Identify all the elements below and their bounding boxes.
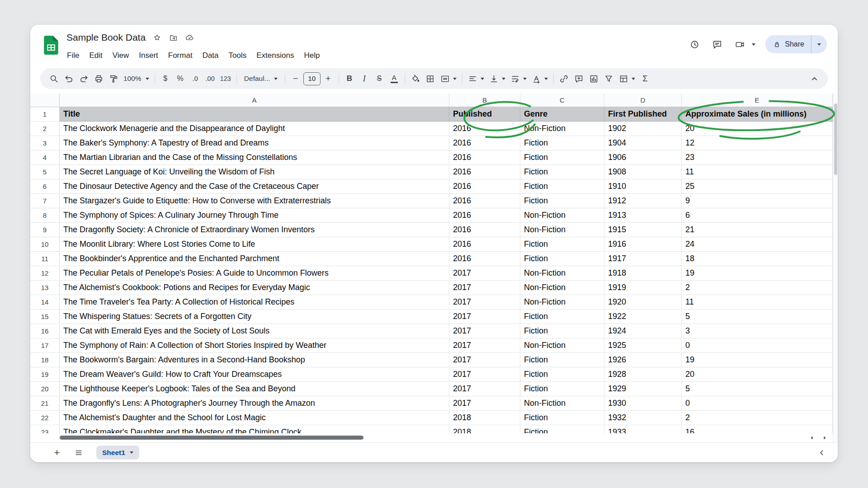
horizontal-scrollbar-thumb[interactable] [60,436,363,440]
menu-item-format[interactable]: Format [163,48,198,63]
menu-item-help[interactable]: Help [299,48,325,63]
cell-A9[interactable]: The Dragonfly Society: A Chronicle of Ex… [60,223,449,237]
row-number-7[interactable]: 7 [30,194,60,208]
row-number-22[interactable]: 22 [30,411,60,425]
cell-D10[interactable]: 1916 [604,237,682,252]
menu-item-edit[interactable]: Edit [84,48,107,63]
sheets-logo-icon[interactable] [44,36,58,55]
cell-C10[interactable]: Fiction [520,237,604,252]
text-rotation-button[interactable] [529,71,550,86]
cloud-status-icon[interactable] [185,33,194,42]
scroll-left-icon[interactable] [808,434,816,441]
cell-D21[interactable]: 1930 [604,396,682,411]
cell-C18[interactable]: Fiction [520,353,604,367]
create-filter-button[interactable] [602,71,616,86]
move-folder-icon[interactable] [169,33,178,42]
cell-B17[interactable]: 2017 [449,338,520,353]
row-number-18[interactable]: 18 [30,353,60,367]
horizontal-align-button[interactable] [466,71,486,86]
cell-C8[interactable]: Non-Fiction [520,208,604,223]
cell-C16[interactable]: Fiction [520,324,604,338]
cell-D12[interactable]: 1918 [604,266,682,281]
cell-D8[interactable]: 1913 [604,208,682,223]
column-header-E[interactable]: E [682,94,833,107]
sheet-tab-menu-icon[interactable] [130,451,133,454]
fill-color-button[interactable] [408,71,423,86]
cell-D1[interactable]: First Published [604,107,682,122]
cell-E4[interactable]: 23 [682,150,833,165]
column-header-A[interactable]: A [60,94,449,107]
print-button[interactable] [91,71,106,86]
row-number-1[interactable]: 1 [30,107,60,122]
cell-B18[interactable]: 2017 [449,353,520,367]
menu-item-insert[interactable]: Insert [134,48,163,63]
cell-A11[interactable]: The Bookbinder's Apprentice and the Ench… [60,252,449,266]
cell-E2[interactable]: 20 [682,122,833,136]
menu-item-file[interactable]: File [62,48,84,63]
cell-D3[interactable]: 1904 [604,136,682,150]
cell-B20[interactable]: 2017 [449,382,520,396]
cell-C19[interactable]: Fiction [520,367,604,382]
table-button[interactable] [617,71,637,86]
cell-E16[interactable]: 3 [682,324,833,338]
cell-E1[interactable]: Approximate Sales (in millions) [682,107,833,122]
cell-D16[interactable]: 1924 [604,324,682,338]
cell-A18[interactable]: The Bookworm's Bargain: Adventures in a … [60,353,449,367]
cell-D23[interactable]: 1933 [604,425,682,433]
zoom-select[interactable]: 100% [121,71,151,86]
cell-E9[interactable]: 21 [682,223,833,237]
cell-E21[interactable]: 0 [682,396,833,411]
cell-C20[interactable]: Fiction [520,382,604,396]
cell-D6[interactable]: 1910 [604,179,682,194]
share-options-button[interactable] [811,35,827,53]
text-wrap-button[interactable] [508,71,529,86]
cell-B16[interactable]: 2017 [449,324,520,338]
cell-B1[interactable]: Published [449,107,520,122]
cell-D20[interactable]: 1929 [604,382,682,396]
cell-A17[interactable]: The Symphony of Rain: A Collection of Sh… [60,338,449,353]
text-color-button[interactable]: A [387,71,401,86]
format-percent-button[interactable]: % [173,71,188,86]
cell-C13[interactable]: Non-Fiction [520,281,604,295]
cell-E12[interactable]: 19 [682,266,833,281]
font-select[interactable]: Defaul... [240,71,282,86]
cell-C5[interactable]: Fiction [520,165,604,179]
cell-A4[interactable]: The Martian Librarian and the Case of th… [60,150,449,165]
vertical-scrollbar[interactable] [833,94,838,441]
cell-A10[interactable]: The Moonlit Library: Where Lost Stories … [60,237,449,252]
cell-C2[interactable]: Non-Fiction [520,122,604,136]
search-icon[interactable] [47,71,61,86]
cell-E22[interactable]: 2 [682,411,833,425]
cell-D18[interactable]: 1926 [604,353,682,367]
vertical-scrollbar-thumb[interactable] [834,103,837,175]
cell-E20[interactable]: 5 [682,382,833,396]
cell-B9[interactable]: 2016 [449,223,520,237]
insert-chart-button[interactable] [587,71,601,86]
merge-cells-button[interactable] [438,71,459,86]
cell-D13[interactable]: 1919 [604,281,682,295]
cell-C3[interactable]: Fiction [520,136,604,150]
add-sheet-button[interactable]: + [49,445,65,460]
cell-D17[interactable]: 1925 [604,338,682,353]
select-all-corner[interactable] [30,94,60,107]
cell-B5[interactable]: 2016 [449,165,520,179]
scroll-right-icon[interactable] [821,434,828,441]
cell-C22[interactable]: Fiction [520,411,604,425]
cell-A23[interactable]: The Clockmaker's Daughter and the Myster… [60,425,449,433]
decrease-decimal-button[interactable]: .0 [188,71,203,86]
cell-A3[interactable]: The Baker's Symphony: A Tapestry of Brea… [60,136,449,150]
row-number-23[interactable]: 23 [30,425,60,433]
cell-B4[interactable]: 2016 [449,150,520,165]
cell-C15[interactable]: Fiction [520,310,604,324]
row-number-9[interactable]: 9 [30,223,60,237]
cell-C9[interactable]: Non-Fiction [520,223,604,237]
cell-C17[interactable]: Non-Fiction [520,338,604,353]
cell-C14[interactable]: Non-Fiction [520,295,604,310]
strikethrough-button[interactable]: S [372,71,387,86]
increase-decimal-button[interactable]: .00 [203,71,217,86]
cell-A7[interactable]: The Stargazer's Guide to Etiquette: How … [60,194,449,208]
functions-button[interactable]: Σ [638,71,652,86]
version-history-icon[interactable] [685,35,704,54]
menu-item-extensions[interactable]: Extensions [251,48,299,63]
cell-B12[interactable]: 2017 [449,266,520,281]
